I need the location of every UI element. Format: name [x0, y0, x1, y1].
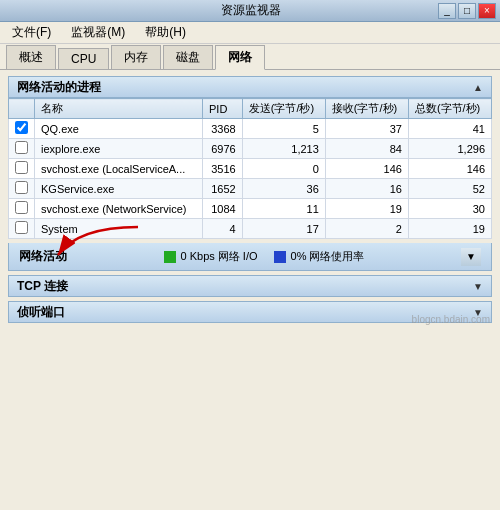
main-content: 网络活动的进程 ▲ 名称 PID 发送(字节/秒) 接收(字节/秒) 总数(字节… — [0, 70, 500, 333]
io-indicator-text: 0 Kbps 网络 I/O — [181, 249, 258, 264]
tab-network[interactable]: 网络 — [215, 45, 265, 70]
row-checkbox-cell[interactable] — [9, 179, 35, 199]
tab-disk[interactable]: 磁盘 — [163, 45, 213, 69]
process-recv: 19 — [325, 199, 408, 219]
tcp-header[interactable]: TCP 连接 ▼ — [8, 275, 492, 297]
process-recv: 37 — [325, 119, 408, 139]
process-name: System — [35, 219, 203, 239]
network-processes-header[interactable]: 网络活动的进程 ▲ — [8, 76, 492, 98]
watermark: blogcn.bdain.com — [412, 314, 490, 325]
process-name: svchost.exe (NetworkService) — [35, 199, 203, 219]
process-checkbox[interactable] — [15, 201, 28, 214]
row-checkbox-cell[interactable] — [9, 199, 35, 219]
usage-indicator-box — [274, 251, 286, 263]
process-recv: 2 — [325, 219, 408, 239]
tabs-bar: 概述 CPU 内存 磁盘 网络 — [0, 44, 500, 70]
io-indicator: 0 Kbps 网络 I/O — [164, 249, 258, 264]
listening-label: 侦听端口 — [17, 304, 65, 321]
menu-monitor[interactable]: 监视器(M) — [65, 22, 131, 43]
process-recv: 146 — [325, 159, 408, 179]
process-send: 11 — [242, 199, 325, 219]
row-checkbox-cell[interactable] — [9, 159, 35, 179]
table-row: KGService.exe1652361652 — [9, 179, 492, 199]
process-name: svchost.exe (LocalServiceA... — [35, 159, 203, 179]
table-row: System417219 — [9, 219, 492, 239]
table-row: svchost.exe (LocalServiceA...35160146146 — [9, 159, 492, 179]
process-send: 1,213 — [242, 139, 325, 159]
window: 资源监视器 _ □ × 文件(F) 监视器(M) 帮助(H) 概述 CPU 内存… — [0, 0, 500, 333]
usage-indicator: 0% 网络使用率 — [274, 249, 365, 264]
menu-help[interactable]: 帮助(H) — [139, 22, 192, 43]
tcp-label: TCP 连接 — [17, 278, 68, 295]
col-pid: PID — [203, 99, 243, 119]
process-pid: 4 — [203, 219, 243, 239]
col-name: 名称 — [35, 99, 203, 119]
process-pid: 3516 — [203, 159, 243, 179]
title-bar: 资源监视器 _ □ × — [0, 0, 500, 22]
io-indicator-box — [164, 251, 176, 263]
maximize-button[interactable]: □ — [458, 3, 476, 19]
process-checkbox[interactable] — [15, 121, 28, 134]
network-processes-label: 网络活动的进程 — [17, 79, 101, 96]
network-activity-label: 网络活动 — [19, 248, 67, 265]
process-recv: 84 — [325, 139, 408, 159]
network-processes-chevron: ▲ — [473, 82, 483, 93]
col-total: 总数(字节/秒) — [408, 99, 491, 119]
process-name: iexplore.exe — [35, 139, 203, 159]
row-checkbox-cell[interactable] — [9, 219, 35, 239]
process-total: 19 — [408, 219, 491, 239]
network-activity-bar[interactable]: 网络活动 0 Kbps 网络 I/O 0% 网络使用率 ▼ — [8, 243, 492, 271]
process-recv: 16 — [325, 179, 408, 199]
row-checkbox-cell[interactable] — [9, 119, 35, 139]
process-table: 名称 PID 发送(字节/秒) 接收(字节/秒) 总数(字节/秒) QQ.exe… — [8, 98, 492, 239]
col-check — [9, 99, 35, 119]
process-pid: 1084 — [203, 199, 243, 219]
title-buttons: _ □ × — [438, 3, 496, 19]
close-button[interactable]: × — [478, 3, 496, 19]
process-total: 30 — [408, 199, 491, 219]
process-total: 146 — [408, 159, 491, 179]
network-indicators: 0 Kbps 网络 I/O 0% 网络使用率 — [164, 249, 365, 264]
network-activity-chevron[interactable]: ▼ — [461, 248, 481, 266]
table-row: QQ.exe336853741 — [9, 119, 492, 139]
process-send: 0 — [242, 159, 325, 179]
process-pid: 1652 — [203, 179, 243, 199]
tcp-chevron: ▼ — [473, 281, 483, 292]
minimize-button[interactable]: _ — [438, 3, 456, 19]
table-row: svchost.exe (NetworkService)1084111930 — [9, 199, 492, 219]
usage-indicator-text: 0% 网络使用率 — [291, 249, 365, 264]
tcp-section: TCP 连接 ▼ — [8, 275, 492, 297]
process-send: 36 — [242, 179, 325, 199]
process-pid: 3368 — [203, 119, 243, 139]
process-checkbox[interactable] — [15, 161, 28, 174]
process-send: 5 — [242, 119, 325, 139]
process-name: QQ.exe — [35, 119, 203, 139]
window-title: 资源监视器 — [64, 2, 438, 19]
process-checkbox[interactable] — [15, 221, 28, 234]
process-checkbox[interactable] — [15, 141, 28, 154]
process-send: 17 — [242, 219, 325, 239]
process-total: 52 — [408, 179, 491, 199]
tab-cpu[interactable]: CPU — [58, 48, 109, 69]
table-row: iexplore.exe69761,213841,296 — [9, 139, 492, 159]
menu-file[interactable]: 文件(F) — [6, 22, 57, 43]
col-recv: 接收(字节/秒) — [325, 99, 408, 119]
process-name: KGService.exe — [35, 179, 203, 199]
process-total: 1,296 — [408, 139, 491, 159]
process-checkbox[interactable] — [15, 181, 28, 194]
menu-bar: 文件(F) 监视器(M) 帮助(H) — [0, 22, 500, 44]
network-processes-section: 网络活动的进程 ▲ 名称 PID 发送(字节/秒) 接收(字节/秒) 总数(字节… — [8, 76, 492, 239]
row-checkbox-cell[interactable] — [9, 139, 35, 159]
tab-overview[interactable]: 概述 — [6, 45, 56, 69]
process-total: 41 — [408, 119, 491, 139]
tab-memory[interactable]: 内存 — [111, 45, 161, 69]
col-send: 发送(字节/秒) — [242, 99, 325, 119]
process-pid: 6976 — [203, 139, 243, 159]
